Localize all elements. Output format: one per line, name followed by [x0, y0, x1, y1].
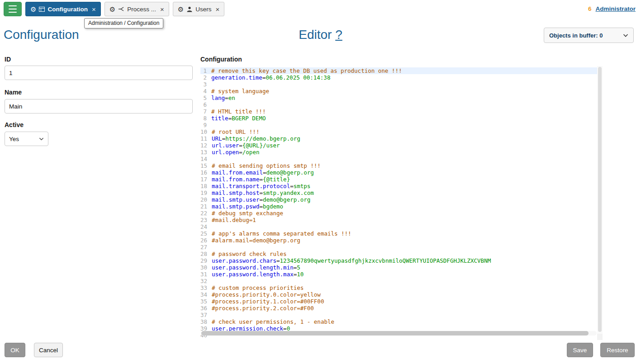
code-line[interactable]: 34#process.priority.0.color=yellow	[200, 291, 603, 298]
line-number[interactable]: 25	[200, 230, 212, 237]
line-number[interactable]: 11	[200, 135, 212, 142]
line-number[interactable]: 3	[200, 81, 211, 88]
line-number[interactable]: 13	[200, 149, 212, 156]
line-number[interactable]: 34	[200, 291, 212, 298]
code-line[interactable]: 32	[200, 278, 603, 284]
line-number[interactable]: 6	[200, 101, 211, 108]
code-line[interactable]: 18mail.transport.protocol=smtps	[200, 183, 603, 189]
code-line[interactable]: 16mail.from.email=demo@bgerp.org	[200, 169, 603, 176]
line-number[interactable]: 15	[200, 162, 212, 169]
cancel-button[interactable]: Cancel	[34, 343, 63, 357]
line-number[interactable]: 5	[200, 95, 211, 101]
code-line[interactable]: 12url.user={@URL}/user	[200, 142, 603, 149]
line-number[interactable]: 10	[200, 128, 212, 135]
code-line[interactable]: 24	[200, 223, 603, 230]
code-line[interactable]: 36#process.priority.2.color=#F00	[200, 305, 603, 312]
code-line[interactable]: 2generation.time=06.06.2025 00:14:38	[200, 74, 603, 81]
main-menu-button[interactable]	[4, 2, 22, 16]
line-number[interactable]: 28	[200, 251, 212, 257]
code-line[interactable]: 13url.open=/open	[200, 149, 603, 156]
close-icon[interactable]: ×	[92, 6, 96, 13]
gear-icon[interactable]: ⚙	[30, 6, 36, 13]
line-number[interactable]: 22	[200, 210, 212, 217]
vertical-scrollbar[interactable]	[597, 66, 603, 334]
code-line[interactable]: 10# root URL !!!	[200, 128, 603, 135]
line-number[interactable]: 1	[200, 67, 211, 74]
user-link[interactable]: Administrator	[595, 5, 636, 12]
code-line[interactable]: 20mail.smtp.user=demo@bgerp.org	[200, 196, 603, 203]
active-select[interactable]: Yes	[5, 132, 48, 146]
line-number[interactable]: 12	[200, 142, 212, 149]
line-number[interactable]: 7	[200, 108, 211, 115]
code-line[interactable]: 38# check user permissions, 1 - enable	[200, 318, 603, 325]
code-line[interactable]: 35#process.priority.1.color=#00FF00	[200, 298, 603, 305]
code-line[interactable]: 26#alarm.mail=demo@bgerp.org	[200, 237, 603, 244]
code-line[interactable]: 17mail.from.name={@title}	[200, 176, 603, 183]
gear-icon[interactable]: ⚙	[109, 6, 115, 13]
code-line[interactable]: 31user.password.length.max=10	[200, 271, 603, 278]
code-line[interactable]: 19mail.smtp.host=smtp.yandex.com	[200, 189, 603, 196]
line-number[interactable]: 31	[200, 271, 212, 278]
close-icon[interactable]: ×	[160, 6, 164, 13]
code-line[interactable]: 14	[200, 156, 603, 162]
close-icon[interactable]: ×	[215, 6, 219, 13]
restore-button[interactable]: Restore	[600, 343, 635, 357]
line-number[interactable]: 20	[200, 196, 212, 203]
line-number[interactable]: 2	[200, 74, 211, 81]
line-number[interactable]: 9	[200, 122, 211, 128]
tab-users[interactable]: ⚙ Users ×	[173, 2, 224, 16]
help-link[interactable]: ?	[335, 28, 342, 42]
line-number[interactable]: 27	[200, 244, 212, 251]
code-line[interactable]: 30user.password.length.min=5	[200, 264, 603, 271]
line-number[interactable]: 14	[200, 156, 212, 162]
line-number[interactable]: 29	[200, 257, 212, 264]
ok-button[interactable]: OK	[5, 343, 25, 357]
code-line[interactable]: 6	[200, 101, 603, 108]
code-line[interactable]: 23#mail.debug=1	[200, 217, 603, 223]
line-number[interactable]: 19	[200, 189, 212, 196]
notification-count[interactable]: 6	[588, 5, 592, 12]
line-number[interactable]: 24	[200, 223, 212, 230]
line-number[interactable]: 36	[200, 305, 212, 312]
save-button[interactable]: Save	[567, 343, 593, 357]
code-line[interactable]: 33# custom process priorities	[200, 284, 603, 291]
line-number[interactable]: 17	[200, 176, 212, 183]
line-number[interactable]: 21	[200, 203, 212, 210]
code-line[interactable]: 8title=BGERP DEMO	[200, 115, 603, 122]
line-number[interactable]: 30	[200, 264, 212, 271]
code-line[interactable]: 22# debug smtp exchange	[200, 210, 603, 217]
objects-buffer-dropdown[interactable]: Objects in buffer: 0	[544, 28, 634, 43]
name-field[interactable]	[5, 99, 193, 113]
code-line[interactable]: 3	[200, 81, 603, 88]
line-number[interactable]: 23	[200, 217, 212, 223]
line-number[interactable]: 35	[200, 298, 212, 305]
configuration-code-editor[interactable]: 1# remove this key case the DB used as p…	[200, 66, 603, 340]
horizontal-scrollbar-thumb[interactable]	[201, 331, 589, 336]
gear-icon[interactable]: ⚙	[178, 6, 184, 13]
code-line[interactable]: 21mail.smtp.pswd=bgdemo	[200, 203, 603, 210]
line-number[interactable]: 38	[200, 318, 212, 325]
line-number[interactable]: 33	[200, 284, 212, 291]
code-line[interactable]: 15# email sending options smtp !!!	[200, 162, 603, 169]
code-line[interactable]: 27	[200, 244, 603, 251]
code-line[interactable]: 37	[200, 312, 603, 318]
tab-configuration[interactable]: ⚙ Configuration ×	[25, 2, 101, 16]
horizontal-scrollbar[interactable]	[201, 331, 597, 336]
vertical-scrollbar-thumb[interactable]	[598, 67, 602, 332]
line-number[interactable]: 4	[200, 88, 211, 95]
tab-process[interactable]: ⚙ Process ... ×	[104, 2, 169, 16]
line-number[interactable]: 16	[200, 169, 212, 176]
code-line[interactable]: 5lang=en	[200, 95, 603, 101]
code-line[interactable]: 1# remove this key case the DB used as p…	[200, 67, 603, 74]
line-number[interactable]: 26	[200, 237, 212, 244]
code-line[interactable]: 28# password check rules	[200, 251, 603, 257]
line-number[interactable]: 32	[200, 278, 212, 284]
code-line[interactable]: 29user.password.chars=1234567890qwertyup…	[200, 257, 603, 264]
line-number[interactable]: 8	[200, 115, 211, 122]
code-line[interactable]: 11URL=https://demo.bgerp.org	[200, 135, 603, 142]
code-line[interactable]: 4# system language	[200, 88, 603, 95]
id-field[interactable]	[5, 66, 193, 80]
line-number[interactable]: 37	[200, 312, 212, 318]
code-line[interactable]: 25# app's alarms comma separated emails …	[200, 230, 603, 237]
line-number[interactable]: 18	[200, 183, 212, 189]
